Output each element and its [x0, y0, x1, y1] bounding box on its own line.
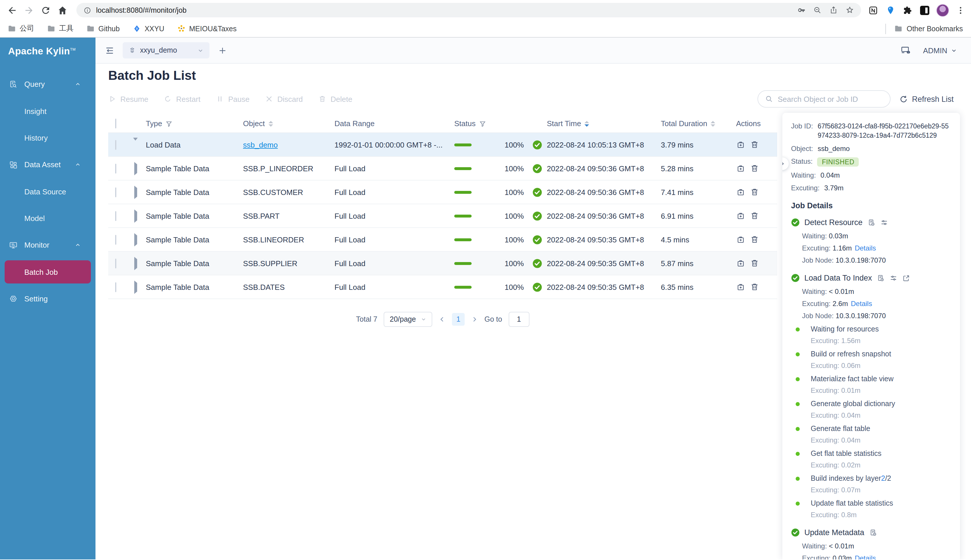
row-checkbox[interactable] — [115, 211, 116, 221]
project-selector[interactable]: xxyu_demo — [123, 42, 210, 58]
diagnostic-package-icon[interactable] — [736, 235, 745, 244]
next-page-icon[interactable] — [471, 316, 478, 323]
row-checkbox[interactable] — [115, 235, 116, 244]
sidebar-section-query[interactable]: Query — [0, 71, 95, 98]
details-link[interactable]: Details — [855, 244, 876, 252]
diagnostic-package-icon[interactable] — [736, 259, 745, 268]
collapse-sidebar-icon[interactable] — [105, 45, 115, 55]
home-icon[interactable] — [57, 5, 68, 15]
table-row[interactable]: Sample Table Data SSB.PART Full Load 100… — [108, 204, 777, 228]
diagnostic-package-icon[interactable] — [736, 212, 745, 221]
filter-icon[interactable] — [165, 120, 172, 127]
forward-icon[interactable] — [24, 5, 34, 15]
diagnostic-package-icon[interactable] — [736, 164, 745, 173]
sort-start-time[interactable] — [585, 121, 589, 127]
collapse-row-icon[interactable] — [133, 137, 138, 149]
details-link[interactable]: Details — [851, 300, 872, 308]
expand-row-icon[interactable] — [134, 280, 137, 293]
sidebar-item-batch-job[interactable]: Batch Job — [5, 260, 91, 283]
page-number[interactable]: 1 — [452, 313, 465, 326]
delete-job-icon[interactable] — [750, 283, 759, 292]
diagnostic-package-icon[interactable] — [736, 188, 745, 197]
row-checkbox[interactable] — [115, 140, 116, 150]
sort-object[interactable] — [268, 121, 273, 127]
bookmark-meiou-taxes[interactable]: MEIOU&Taxes — [177, 24, 237, 33]
system-settings-icon[interactable] — [900, 45, 911, 56]
delete-button[interactable]: Delete — [319, 95, 352, 103]
address-bar[interactable]: localhost:8080/#/monitor/job — [77, 3, 861, 17]
sidebar-section-setting[interactable]: Setting — [0, 285, 95, 312]
delete-job-icon[interactable] — [750, 188, 759, 197]
discard-button[interactable]: Discard — [265, 95, 303, 103]
extensions-puzzle-icon[interactable] — [903, 5, 913, 15]
expand-row-icon[interactable] — [134, 162, 137, 175]
add-project-icon[interactable] — [218, 46, 227, 55]
bookmark-folder-company[interactable]: 公司 — [8, 24, 34, 33]
search-input[interactable] — [778, 95, 883, 103]
row-checkbox[interactable] — [115, 187, 116, 197]
step-parameters-icon[interactable] — [880, 218, 888, 227]
sidebar-item-data-source[interactable]: Data Source — [0, 178, 95, 205]
layer-count-link[interactable]: 2 — [881, 474, 885, 482]
sidebar-section-data-asset[interactable]: Data Asset — [0, 151, 95, 178]
delete-job-icon[interactable] — [750, 212, 759, 221]
bookmark-folder-tools[interactable]: 工具 — [47, 24, 73, 33]
expand-row-icon[interactable] — [134, 233, 137, 246]
user-menu-label[interactable]: ADMIN — [923, 46, 947, 55]
sidebar-extension-icon[interactable] — [920, 5, 929, 15]
delete-job-icon[interactable] — [750, 235, 759, 244]
bookmark-star-icon[interactable] — [846, 6, 854, 15]
notion-extension-icon[interactable] — [868, 5, 878, 15]
step-log-icon[interactable] — [877, 274, 885, 282]
row-checkbox[interactable] — [115, 282, 116, 292]
browser-menu-icon[interactable] — [956, 5, 965, 15]
bookmark-xxyu[interactable]: XXYU — [132, 24, 164, 33]
expand-row-icon[interactable] — [134, 209, 137, 222]
site-info-icon[interactable] — [83, 6, 92, 14]
url-text[interactable]: localhost:8080/#/monitor/job — [96, 6, 187, 14]
details-link[interactable]: Details — [855, 554, 876, 559]
profile-avatar[interactable] — [936, 4, 949, 17]
sidebar-section-monitor[interactable]: Monitor — [0, 232, 95, 258]
sidebar-item-model[interactable]: Model — [0, 205, 95, 232]
delete-job-icon[interactable] — [750, 259, 759, 268]
step-log-icon[interactable] — [869, 528, 877, 537]
row-checkbox[interactable] — [115, 258, 116, 268]
step-log-icon[interactable] — [867, 218, 875, 227]
filter-icon[interactable] — [479, 120, 486, 127]
step-export-icon[interactable] — [902, 274, 910, 282]
diagnostic-package-icon[interactable] — [736, 140, 745, 150]
prev-page-icon[interactable] — [439, 316, 445, 323]
step-parameters-icon[interactable] — [889, 274, 898, 282]
table-row[interactable]: Sample Table Data SSB.LINEORDER Full Loa… — [108, 228, 777, 252]
zoom-out-icon[interactable] — [813, 6, 822, 15]
delete-job-icon[interactable] — [750, 140, 759, 150]
object-link[interactable]: ssb_demo — [243, 140, 278, 149]
sidebar-item-insight[interactable]: Insight — [0, 98, 95, 124]
table-row[interactable]: Sample Table Data SSB.CUSTOMER Full Load… — [108, 180, 777, 204]
collapse-panel-button[interactable] — [782, 157, 789, 170]
table-row[interactable]: Sample Table Data SSB.SUPPLIER Full Load… — [108, 252, 777, 275]
pause-button[interactable]: Pause — [216, 95, 250, 103]
table-row[interactable]: Sample Table Data SSB.P_LINEORDER Full L… — [108, 157, 777, 180]
row-checkbox[interactable] — [115, 163, 116, 173]
blue-drop-extension-icon[interactable] — [885, 5, 896, 15]
diagnostic-package-icon[interactable] — [736, 283, 745, 292]
resume-button[interactable]: Resume — [108, 95, 148, 103]
back-icon[interactable] — [7, 5, 17, 15]
refresh-list-button[interactable]: Refresh List — [899, 95, 954, 103]
select-all-checkbox[interactable] — [115, 118, 116, 128]
password-key-icon[interactable] — [797, 6, 806, 15]
sidebar-item-history[interactable]: History — [0, 124, 95, 151]
delete-job-icon[interactable] — [750, 164, 759, 173]
reload-icon[interactable] — [40, 5, 51, 15]
expand-row-icon[interactable] — [134, 257, 137, 270]
other-bookmarks[interactable]: Other Bookmarks — [894, 24, 963, 33]
table-row[interactable]: Load Data ssb_demo 1992-01-01 00:00:00 G… — [108, 133, 777, 157]
chevron-down-icon[interactable] — [951, 47, 957, 53]
expand-row-icon[interactable] — [134, 185, 137, 199]
bookmark-folder-github[interactable]: Github — [86, 24, 120, 33]
restart-button[interactable]: Restart — [164, 95, 200, 103]
page-size-select[interactable]: 20/page — [384, 312, 432, 327]
goto-page-input[interactable]: 1 — [508, 312, 529, 327]
